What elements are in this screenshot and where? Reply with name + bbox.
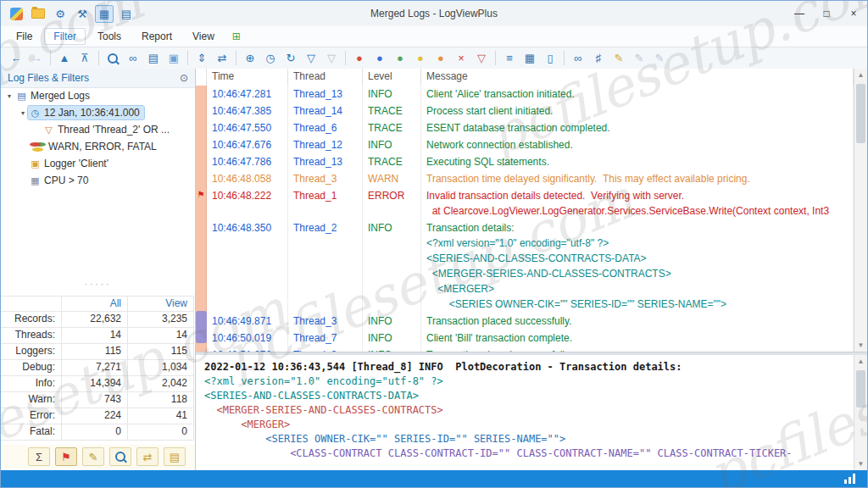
detail-scroll-down-arrow[interactable]	[854, 458, 867, 470]
tree-item-cpu-70[interactable]: ▦CPU > 70	[1, 172, 195, 189]
log-row[interactable]: 10:46:47.786Thread_13TRACEExecuting SQL …	[196, 153, 854, 170]
log-row[interactable]: 10:46:49.871Thread_3INFOTransaction plac…	[196, 313, 854, 330]
sidebar: Log Files & Filters ⊙ ▾▤Merged Logs▾◷12 …	[1, 69, 196, 470]
cell-thread: Thread_1	[288, 187, 363, 219]
message-line: Transaction details:	[426, 220, 848, 236]
open-folder-icon[interactable]	[29, 5, 47, 23]
log-row[interactable]: 10:46:47.550Thread_6TRACEESENT database …	[196, 119, 854, 136]
log-stack-icon[interactable]: ▤	[117, 5, 136, 23]
detail-panel: 2022-01-12 10:36:43,544 [Thread_8] INFO …	[196, 355, 867, 470]
annotate-icon[interactable]: ✎	[650, 49, 669, 67]
sidebar-splitter-handle[interactable]: ·····	[1, 280, 195, 289]
stat-value-all: 14,394	[62, 376, 128, 391]
detail-scroll-thumb[interactable]	[856, 370, 865, 408]
tree-item-logger-client[interactable]: ▣Logger 'Client'	[1, 155, 195, 172]
tree-item-warn-error-fatal[interactable]: WARN, ERROR, FATAL	[1, 138, 195, 155]
maximize-button[interactable]: □	[813, 2, 840, 26]
tree-item-12-jan-10-36-41-000[interactable]: ▾◷12 Jan, 10:36:41.000	[1, 104, 195, 121]
search-icon[interactable]	[103, 49, 122, 67]
scroll-down-arrow[interactable]	[854, 339, 867, 352]
text-filter-icon[interactable]: ▽	[302, 49, 320, 67]
nav-back-icon[interactable]: ←	[7, 49, 25, 67]
find-all-icon[interactable]: ∞	[124, 49, 142, 67]
merge-logs-button[interactable]: ▦	[95, 5, 114, 23]
column-header-level[interactable]: Level	[363, 69, 421, 86]
column-header-thread[interactable]: Thread	[288, 69, 363, 86]
column-header-message[interactable]: Message	[421, 69, 854, 86]
log-table-scrollbar[interactable]	[854, 69, 867, 352]
tree-item-merged-logs[interactable]: ▾▤Merged Logs	[1, 87, 195, 104]
stat-value-all: 224	[62, 408, 128, 424]
print-icon[interactable]: ▤	[144, 49, 163, 67]
bookmark-flag-icon[interactable]: ⚑	[196, 187, 207, 219]
menu-filter[interactable]: Filter	[44, 28, 86, 45]
tools-icon[interactable]: ⚒	[73, 5, 92, 23]
level-yellow-icon[interactable]: ●	[411, 49, 430, 67]
log-row[interactable]: 10:46:47.385Thread_14TRACEProcess start …	[196, 103, 854, 119]
refresh-filter-icon[interactable]: ↻	[281, 49, 300, 67]
log-row[interactable]: 10:46:48.058Thread_3WARNTransaction time…	[196, 170, 854, 187]
menu-tools[interactable]: Tools	[89, 29, 130, 44]
copy-icon[interactable]: ▣	[164, 49, 183, 67]
app-logo[interactable]	[7, 5, 25, 23]
cell-message: Process start client initiated.	[421, 103, 854, 119]
edit-log-icon[interactable]: ✎	[609, 49, 628, 67]
remove-filter-icon[interactable]: ▽	[472, 49, 491, 67]
scroll-top-icon[interactable]: ▲	[55, 49, 74, 67]
detail-scroll-up-arrow[interactable]	[854, 355, 867, 368]
add-filter-icon[interactable]: ⊕	[241, 49, 259, 67]
level-orange-icon[interactable]: ●	[431, 49, 450, 67]
scroll-thumb[interactable]	[856, 84, 865, 143]
menu-report[interactable]: Report	[133, 29, 181, 44]
go-first-icon[interactable]: ⊼	[75, 49, 94, 67]
expand-all-icon[interactable]: ⇕	[192, 49, 211, 67]
nav-forward-icon[interactable]: →	[27, 49, 46, 67]
settings-icon[interactable]: ⚙	[51, 5, 70, 23]
log-row[interactable]: 10:46:47.281Thread_13INFOClient 'Alice' …	[196, 86, 854, 103]
log-row[interactable]: 10:46:47.676Thread_12INFONetwork connect…	[196, 136, 854, 153]
minimize-button[interactable]: —	[786, 2, 813, 26]
level-red-icon[interactable]: ●	[350, 49, 369, 67]
stat-value-view: 0	[128, 424, 194, 440]
time-filter-icon[interactable]: ◷	[261, 49, 280, 67]
level-green-icon[interactable]: ●	[391, 49, 409, 67]
menu-view[interactable]: View	[184, 29, 223, 44]
bookmarks-icon[interactable]: ⚑	[55, 447, 77, 466]
log-row[interactable]: ⚑10:46:48.222Thread_1ERRORInvalid transa…	[196, 187, 854, 219]
compare-icon[interactable]: ⇄	[136, 447, 159, 466]
customize-icon[interactable]: ⊞	[227, 28, 246, 46]
highlight-icon[interactable]: ✎	[630, 49, 648, 67]
pin-icon[interactable]: ⊙	[180, 72, 188, 84]
delete-view-icon[interactable]: ▯	[541, 49, 559, 67]
stats-col-view: View	[128, 296, 194, 311]
menu-file[interactable]: File	[8, 29, 41, 44]
summary-icon[interactable]: Σ	[28, 447, 50, 466]
search-notes-icon[interactable]	[109, 447, 131, 466]
clear-filters-icon[interactable]: ×	[452, 49, 470, 67]
expander-icon[interactable]: ▾	[4, 92, 14, 100]
cell-thread: Thread_12	[288, 136, 363, 153]
find-bookmarks-icon[interactable]: ∞	[569, 49, 587, 67]
log-row[interactable]: 10:46:50.019Thread_7INFOClient 'Bill' tr…	[196, 330, 854, 347]
expander-icon[interactable]: ▾	[18, 109, 28, 117]
chart-icon[interactable]	[844, 474, 859, 484]
view-list-icon[interactable]: ≡	[500, 49, 519, 67]
gutter-scroll-thumb[interactable]	[196, 311, 207, 343]
column-header-time[interactable]: Time	[207, 69, 288, 86]
save-view-icon[interactable]: ▦	[520, 49, 539, 67]
user-filter-icon[interactable]: ▽	[322, 49, 341, 67]
notebook-icon[interactable]: ▤	[164, 447, 186, 466]
edit-icon[interactable]: ✎	[82, 447, 104, 466]
message-line: Client 'Bill' transaction complete.	[426, 330, 848, 346]
stat-value-all: 7,271	[62, 360, 128, 375]
columns-icon[interactable]: ♯	[589, 49, 608, 67]
cell-thread: Thread_2	[288, 219, 363, 313]
wrap-lines-icon[interactable]: ⇄	[213, 49, 231, 67]
log-row[interactable]: 10:46:48.350Thread_2INFOTransaction deta…	[196, 219, 854, 313]
level-blue-icon[interactable]: ●	[370, 49, 389, 67]
window-buttons: —□×	[786, 2, 867, 26]
tree-item-thread-thread-2-or[interactable]: ▽Thread 'Thread_2' OR ...	[1, 121, 195, 138]
close-button[interactable]: ×	[840, 2, 867, 26]
scroll-up-arrow[interactable]	[854, 69, 867, 81]
detail-scrollbar[interactable]	[854, 355, 867, 470]
